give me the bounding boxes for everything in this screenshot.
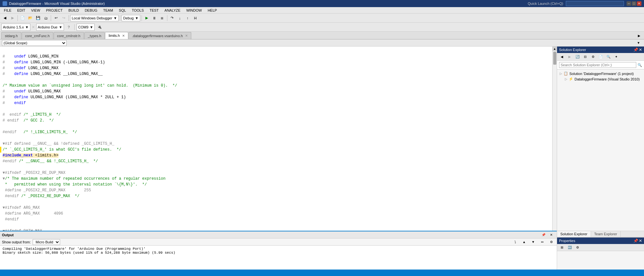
solution-explorer-search-input[interactable] [559,62,636,68]
step-into-button[interactable]: ↓ [176,15,184,22]
line-indicator-bar [0,147,1,153]
tab-limits[interactable]: limits.h ✕ [105,32,128,39]
tab-vsarduino-close[interactable]: ✕ [185,34,188,37]
output-pin-button[interactable]: 📌 [540,231,547,239]
close-button[interactable]: ✕ [637,1,641,6]
menu-project[interactable]: PROJECT [43,8,65,13]
code-line-7: # undef ULONG_LONG_MAX [3,89,61,94]
tab-core-cmfunc-label: core_cmFunc.h [25,34,50,38]
debug-mode-dropdown[interactable]: Debug ▼ [121,15,140,21]
sol-collapse-btn[interactable]: ⊟ [582,53,589,60]
sol-tab-team-explorer[interactable]: Team Explorer [591,231,621,237]
sol-back-btn[interactable]: ◀ [558,53,565,60]
sol-showfiles-btn[interactable]: 📄 [597,53,604,60]
properties-content [557,251,644,254]
quick-launch-label: Quick Launch (Ctrl+Q) [528,2,563,5]
scroll-up-btn[interactable]: ▲ [553,47,557,51]
scope-select[interactable]: (Global Scope) [2,40,67,46]
prop-settings-btn[interactable]: ⚙ [574,244,581,251]
sol-header-controls: 📌 ✕ [633,48,642,52]
pause-button[interactable]: ⏸ [151,15,158,22]
save-all-button[interactable]: 🗂 [42,15,49,22]
new-project-button[interactable]: 📄 [19,15,26,22]
code-line-28: #define ARG_MAX 4096 [3,211,63,216]
sol-forward-btn[interactable]: ▶ [566,53,573,60]
back-button[interactable]: ◀ [1,15,8,22]
scope-bar: (Global Scope) ▼ [0,39,644,47]
tree-expand-project[interactable]: ▷ [565,77,567,81]
tab-types[interactable]: _types.h [84,32,105,39]
tab-limits-close[interactable]: ✕ [122,34,125,37]
prop-alphabetical-btn[interactable]: 🔤 [566,244,573,251]
step-out-button[interactable]: ↑ [184,15,191,22]
forward-button[interactable]: ▶ [9,15,16,22]
tab-core-cmfunc[interactable]: core_cmFunc.h [22,32,53,39]
minimize-button[interactable]: ─ [627,1,631,6]
tab-types-label: _types.h [88,34,101,38]
menu-help[interactable]: HELP [205,8,220,13]
redo-button[interactable]: ↪ [60,15,67,22]
sol-new-solution-btn[interactable]: ✦ [613,53,620,60]
window-controls: ─ □ ✕ [627,1,641,6]
toolbar-sep-2 [51,15,51,21]
sol-pin-button[interactable]: 📌 [633,48,638,52]
arduino-version-dropdown[interactable]: Arduino 1.5.x ▼ [1,24,30,31]
menu-edit[interactable]: EDIT [15,8,28,13]
output-settings-btn[interactable]: ⚙ [548,239,555,246]
stop-button[interactable]: ⏹ [159,15,166,22]
code-line-19: #endif /* __GNUC__ && !_GCC_LIMITS_H_ */ [3,159,98,164]
board-help-button[interactable]: ? [65,24,72,31]
sol-close-button[interactable]: ✕ [639,48,642,52]
save-button[interactable]: 💾 [35,15,42,22]
step-over-button[interactable]: ↷ [169,15,176,22]
output-scroll-prev-btn[interactable]: ▲ [521,239,528,246]
run-button[interactable]: ▶ [143,15,150,22]
code-line-18: #include_next <limits.h> [3,153,58,158]
sol-filter-btn[interactable]: 🔍 [605,53,612,60]
menu-test[interactable]: TEST [147,8,161,13]
port-dropdown[interactable]: COM9 ▼ [77,24,95,31]
scroll-thumb[interactable] [553,52,556,65]
solution-explorer-search-bar: 🔍 [557,61,644,69]
restore-button[interactable]: □ [632,1,636,6]
menu-window[interactable]: WINDOW [184,8,204,13]
menu-debug[interactable]: DEBUG [82,8,100,13]
sol-properties-btn[interactable]: ⚙ [589,53,596,60]
open-button[interactable]: 📂 [27,15,34,22]
output-wrap-btn[interactable]: ⇔ [539,239,546,246]
output-source-select[interactable]: Micro Build [33,239,60,245]
undo-button[interactable]: ↩ [52,15,59,22]
sol-refresh-btn[interactable]: 🔄 [574,53,581,60]
output-panel: Output 📌 ✕ Show output from: Micro Build… [0,231,557,270]
tab-core-cminstr[interactable]: core_cmInstr.h [54,32,84,39]
local-windows-debugger-label: Local Windows Debugger [72,16,112,20]
port-refresh-button[interactable]: 🔌 [96,24,103,31]
menu-team[interactable]: TEAM [100,8,116,13]
output-scroll-end-btn[interactable]: ⤵ [512,239,519,246]
menu-sql[interactable]: SQL [116,8,129,13]
menu-analyze[interactable]: ANALYZE [162,8,183,13]
prop-pin-button[interactable]: 📌 [633,239,638,243]
hex-button[interactable]: H [192,15,199,22]
main-toolbar: ◀ ▶ 📄 📂 💾 🗂 ↩ ↪ Local Windows Debugger ▼… [0,14,644,23]
menu-tools[interactable]: TOOLS [129,8,146,13]
sol-tab-solution-explorer[interactable]: Solution Explorer [557,231,591,237]
tab-scroll-right[interactable]: ▶ [636,32,643,39]
menu-file[interactable]: FILE [1,8,14,13]
quick-launch-input[interactable] [566,1,624,6]
menu-build[interactable]: BUILD [66,8,81,13]
prop-close-button[interactable]: ✕ [639,239,642,243]
tab-vsarduino[interactable]: .dataloggerfirmware.vsarduino.h ✕ [129,32,191,39]
prop-categorized-btn[interactable]: ⊞ [558,244,565,251]
tree-project-item[interactable]: ▷ ⚡ DataloggerFirmware (Visual Studio 20… [558,76,643,82]
menu-view[interactable]: VIEW [28,8,43,13]
tree-expand-solution[interactable]: ▷ [560,72,562,75]
tab-stdarg[interactable]: stdarg.h [1,32,21,39]
properties-toolbar: ⊞ 🔤 ⚙ [557,244,644,251]
debug-profile-dropdown[interactable]: Local Windows Debugger ▼ [70,15,119,21]
tree-solution-root[interactable]: ▷ 📋 Solution 'DataloggerFirmware' (1 pro… [558,71,643,76]
board-dropdown[interactable]: Arduino Due ▼ [36,24,64,31]
output-scroll-next-btn[interactable]: ▼ [530,239,537,246]
scope-down-btn[interactable]: ▼ [635,39,642,47]
output-close-button[interactable]: ✕ [548,231,555,239]
